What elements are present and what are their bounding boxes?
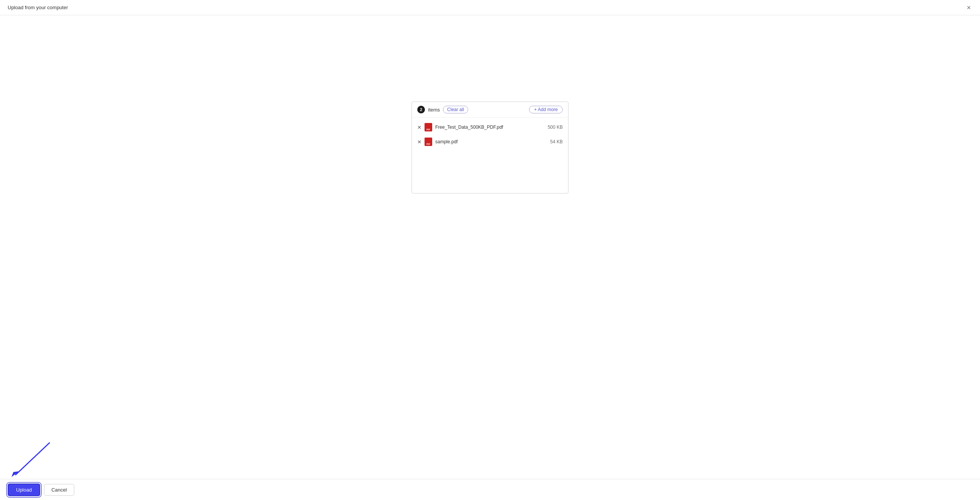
file-panel: 2 items Clear all + Add more ✕ Free_Test…	[412, 102, 568, 193]
pdf-icon-1	[425, 123, 432, 131]
table-row: ✕ sample.pdf 54 KB	[412, 134, 568, 149]
close-icon: ✕	[417, 139, 421, 145]
close-icon: ✕	[417, 125, 421, 130]
item-count-badge: 2	[417, 106, 425, 113]
add-more-button[interactable]: + Add more	[529, 106, 563, 113]
bottom-bar: Upload Cancel	[0, 479, 980, 500]
file-size-1: 500 KB	[548, 125, 563, 130]
file-name-2: sample.pdf	[435, 139, 547, 144]
file-size-2: 54 KB	[550, 139, 563, 144]
file-panel-header: 2 items Clear all + Add more	[412, 102, 568, 118]
close-button[interactable]: ×	[965, 3, 972, 13]
remove-file-1-button[interactable]: ✕	[417, 125, 421, 130]
table-row: ✕ Free_Test_Data_500KB_PDF.pdf 500 KB	[412, 120, 568, 134]
pdf-icon-2	[425, 138, 432, 146]
file-name-1: Free_Test_Data_500KB_PDF.pdf	[435, 125, 545, 130]
items-label: items	[428, 107, 440, 113]
remove-file-2-button[interactable]: ✕	[417, 139, 421, 144]
arrow-annotation	[4, 441, 54, 479]
file-list: ✕ Free_Test_Data_500KB_PDF.pdf 500 KB ✕ …	[412, 118, 568, 151]
dialog-title: Upload from your computer	[8, 5, 68, 10]
svg-line-0	[15, 443, 50, 475]
cancel-button[interactable]: Cancel	[44, 484, 74, 496]
clear-all-button[interactable]: Clear all	[443, 106, 468, 113]
svg-marker-1	[11, 471, 19, 477]
top-bar: Upload from your computer ×	[0, 0, 980, 15]
upload-button[interactable]: Upload	[8, 484, 40, 496]
